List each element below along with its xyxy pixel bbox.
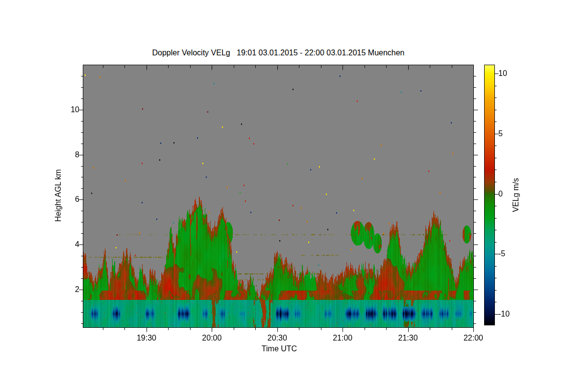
x-tick-2000: 20:00	[196, 334, 227, 343]
x-tick-1930: 19:30	[131, 334, 162, 343]
y-tick-4: 4	[58, 240, 79, 249]
chart-title: Doppler Velocity VELg 19:01 03.01.2015 -…	[83, 49, 473, 57]
y-axis-label: Height AGL km	[54, 154, 63, 237]
cb-tick-10: 10	[498, 69, 522, 78]
x-tick-2030: 20:30	[262, 334, 293, 343]
x-axis-label: Time UTC	[230, 344, 328, 353]
cb-tick-5: 5	[498, 129, 522, 138]
x-tick-2200: 22:00	[458, 334, 489, 343]
velocity-heatmap-canvas	[83, 65, 473, 327]
x-tick-2100: 21:00	[327, 334, 358, 343]
cb-tick--5: -5	[498, 249, 522, 258]
x-tick-2130: 21:30	[392, 334, 424, 343]
colorbar-label: VELg m/s	[512, 153, 520, 237]
y-tick-10: 10	[58, 105, 79, 114]
doppler-lidar-quicklook: Doppler Velocity VELg 19:01 03.01.2015 -…	[0, 0, 588, 392]
y-tick-2: 2	[58, 285, 79, 294]
cb-tick--10: -10	[498, 310, 522, 318]
